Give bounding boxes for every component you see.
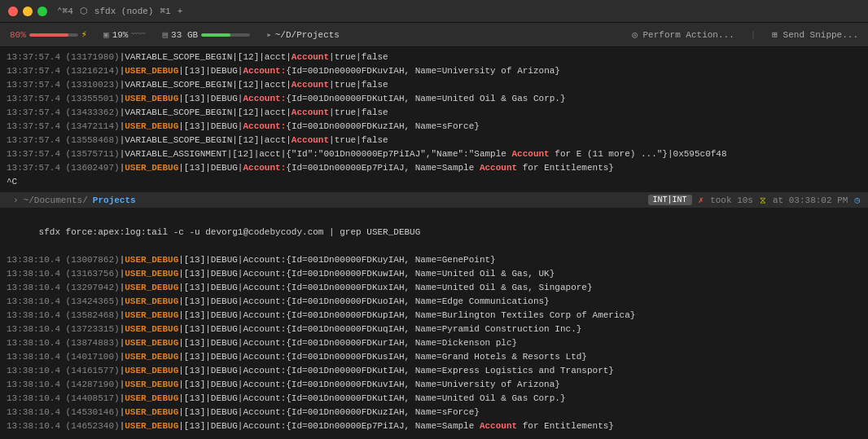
log-line-1: 13:37:57.4 (13171980)|VARIABLE_SCOPE_BEG…	[7, 50, 861, 64]
log-line-8: 13:37:57.4 (13575711)|VARIABLE_ASSIGNMEN…	[7, 147, 861, 161]
s2-log-line-9: 13:38:10.4 (14161577)|USER_DEBUG|[13]|DE…	[7, 364, 861, 378]
prompt-bar: › ~/Documents/Projects INT|INT ✗ took 10…	[0, 192, 868, 208]
log-line-9: 13:37:57.4 (13602497)|USER_DEBUG|[13]|DE…	[7, 161, 861, 175]
path-label: ~/D/Projects	[275, 30, 340, 40]
window-controls[interactable]	[8, 7, 47, 16]
title-left: ⌃⌘4 ⬡ sfdx (node) ⌘1 +	[57, 6, 182, 16]
minimize-button[interactable]	[23, 7, 33, 16]
divider: |	[751, 30, 756, 40]
prompt-folder: Projects	[93, 195, 136, 205]
mem-stat: ▣ 19% 〰〰	[103, 29, 146, 40]
send-snippet-button[interactable]: ⊞ Send Snippe...	[772, 29, 858, 40]
section-1: 13:37:57.4 (13171980)|VARIABLE_SCOPE_BEG…	[7, 50, 861, 189]
disk-bar	[201, 33, 250, 37]
prompt-arrow: ›	[13, 195, 19, 205]
path-stat: ▸ ~/D/Projects	[266, 29, 340, 40]
disk-bar-fill	[201, 33, 230, 37]
path-prefix: ~/Documents/	[24, 195, 88, 205]
lightning-icon: ⚡	[81, 29, 87, 41]
s2-log-line-12: 13:38:10.4 (14530146)|USER_DEBUG|[13]|DE…	[7, 406, 861, 419]
s2-log-line-10: 13:38:10.4 (14287190)|USER_DEBUG|[13]|DE…	[7, 378, 861, 392]
s2-log-line-2: 13:38:10.4 (13163756)|USER_DEBUG|[13]|DE…	[7, 267, 861, 281]
s2-log-line-5: 13:38:10.4 (13582468)|USER_DEBUG|[13]|DE…	[7, 309, 861, 323]
clock-icon: ◷	[854, 195, 860, 205]
s2-log-line-1: 13:38:10.4 (13007862)|USER_DEBUG|[13]|DE…	[7, 253, 861, 267]
s2-log-line-11: 13:38:10.4 (14408517)|USER_DEBUG|[13]|DE…	[7, 392, 861, 406]
took-label: took 10s	[710, 195, 753, 205]
tab-shortcut: ⌃⌘4	[57, 6, 73, 16]
log-line-4: 13:37:57.4 (13355501)|USER_DEBUG|[13]|DE…	[7, 92, 861, 106]
mem-graph: 〰〰	[131, 30, 146, 39]
s2-log-line-7: 13:38:10.4 (13874883)|USER_DEBUG|[13]|DE…	[7, 336, 861, 350]
tab-icon: ⬡	[80, 6, 88, 16]
cmd-shortcut: ⌘1	[160, 6, 170, 16]
title-bar: ⌃⌘4 ⬡ sfdx (node) ⌘1 +	[0, 0, 868, 23]
stats-bar: 80% ⚡ ▣ 19% 〰〰 ▤ 33 GB ▸ ~/D/Projects ◎ …	[0, 23, 868, 47]
disk-gb: 33 GB	[171, 30, 198, 40]
int-badge: INT|INT	[648, 195, 692, 205]
section-2: 13:38:10.4 (13007862)|USER_DEBUG|[13]|DE…	[7, 253, 861, 436]
s2-log-line-8: 13:38:10.4 (14017100)|USER_DEBUG|[13]|DE…	[7, 350, 861, 364]
log-line-2: 13:37:57.4 (13216214)|USER_DEBUG|[13]|DE…	[7, 64, 861, 78]
s2-log-line-13: 13:38:10.4 (14652340)|USER_DEBUG|[13]|DE…	[7, 419, 861, 433]
perform-action-button[interactable]: ◎ Perform Action...	[632, 29, 734, 40]
folder-icon: ▸	[266, 29, 272, 40]
log-line-ctrl-c: ^C	[7, 175, 861, 189]
cpu-bar-fill	[29, 33, 68, 37]
terminal: 13:37:57.4 (13171980)|VARIABLE_SCOPE_BEG…	[0, 47, 868, 439]
log-line-7: 13:37:57.4 (13558468)|VARIABLE_SCOPE_BEG…	[7, 134, 861, 147]
mem-icon: ▣	[103, 29, 109, 40]
cpu-bar	[29, 33, 78, 37]
command-line: sfdx force:apex:log:tail -c -u devorg1@c…	[7, 211, 861, 252]
x-mark: ✗	[699, 195, 704, 205]
prompt-right: INT|INT ✗ took 10s ⧖ at 03:38:02 PM ◷	[648, 195, 861, 205]
at-label: at 03:38:02 PM	[773, 195, 848, 205]
disk-stat: ▤ 33 GB	[162, 29, 250, 40]
log-line-5: 13:37:57.4 (13433362)|VARIABLE_SCOPE_BEG…	[7, 106, 861, 120]
log-line-6: 13:37:57.4 (13472114)|USER_DEBUG|[13]|DE…	[7, 120, 861, 134]
command-text: sfdx force:apex:log:tail -c -u devorg1@c…	[39, 227, 421, 237]
prompt-left: › ~/Documents/Projects	[8, 195, 136, 205]
log-line-3: 13:37:57.4 (13310023)|VARIABLE_SCOPE_BEG…	[7, 78, 861, 92]
new-tab-button[interactable]: +	[178, 7, 183, 16]
cpu-percent: 80%	[10, 30, 26, 40]
tab-label[interactable]: sfdx (node)	[94, 7, 154, 16]
close-button[interactable]	[8, 7, 18, 16]
s2-log-line-6: 13:38:10.4 (13723315)|USER_DEBUG|[13]|DE…	[7, 323, 861, 336]
disk-icon: ▤	[162, 29, 168, 40]
cpu-stat: 80% ⚡	[10, 29, 87, 41]
mem-percent: 19%	[112, 30, 129, 40]
maximize-button[interactable]	[37, 7, 47, 16]
hourglass-icon: ⧖	[760, 195, 766, 205]
s2-log-line-3: 13:38:10.4 (13297942)|USER_DEBUG|[13]|DE…	[7, 281, 861, 295]
prompt-symbol	[28, 227, 38, 237]
s2-log-line-4: 13:38:10.4 (13424365)|USER_DEBUG|[13]|DE…	[7, 295, 861, 309]
